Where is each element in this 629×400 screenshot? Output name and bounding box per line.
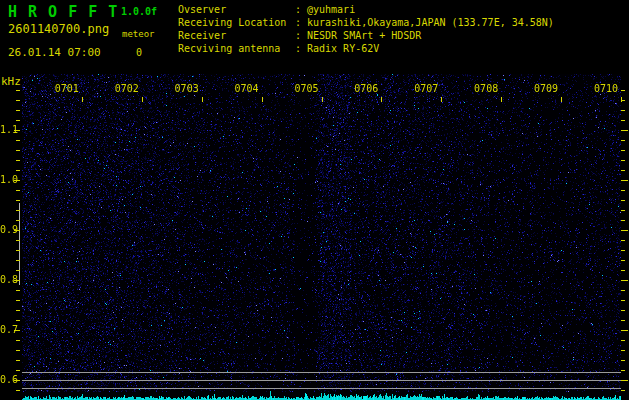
y-axis-minor-tick: [621, 140, 625, 141]
y-axis-minor-tick: [621, 90, 625, 91]
info-label: Recviving antenna: [178, 42, 295, 55]
x-axis-tick: [202, 97, 203, 102]
y-axis-minor-tick: [16, 170, 20, 171]
y-axis-minor-tick: [16, 290, 20, 291]
y-axis-minor-tick: [16, 390, 20, 391]
info-row: Receiving Location:kurashiki,Okayama,JAP…: [178, 16, 554, 29]
y-axis-minor-tick: [16, 250, 20, 251]
y-axis-minor-tick: [621, 360, 625, 361]
y-axis-tick-label: 0.6: [0, 374, 13, 386]
info-value: @yuhmari: [307, 3, 355, 16]
y-axis-minor-tick: [621, 270, 625, 271]
y-axis-minor-tick: [621, 350, 625, 351]
output-filename: 2601140700.png: [8, 22, 109, 36]
y-axis-minor-tick: [16, 120, 20, 121]
y-axis-tick: [621, 180, 628, 181]
x-axis-tick: [142, 97, 143, 102]
y-axis-minor-tick: [16, 220, 20, 221]
y-axis-minor-tick: [621, 250, 625, 251]
reference-line-upper: [22, 372, 621, 373]
y-axis-minor-tick: [621, 120, 625, 121]
y-axis-minor-tick: [16, 240, 20, 241]
y-axis-minor-tick: [621, 100, 625, 101]
y-axis-minor-tick: [621, 110, 625, 111]
y-axis-minor-tick: [621, 340, 625, 341]
x-axis-tick-label: 0702: [113, 83, 139, 94]
y-axis-minor-tick: [16, 320, 20, 321]
x-axis-tick: [441, 97, 442, 102]
app-version: 1.0.0f: [121, 6, 157, 17]
info-label: Ovserver: [178, 3, 295, 16]
info-value: kurashiki,Okayama,JAPAN (133.77E, 34.58N…: [307, 16, 554, 29]
x-axis-tick-label: 0706: [352, 83, 378, 94]
x-axis-tick-label: 0709: [532, 83, 558, 94]
x-axis-tick: [501, 97, 502, 102]
info-label: Receiving Location: [178, 16, 295, 29]
y-axis-minor-tick: [16, 200, 20, 201]
y-axis-tick: [621, 380, 628, 381]
y-axis-minor-tick: [16, 360, 20, 361]
y-axis-minor-tick: [621, 310, 625, 311]
y-axis-minor-tick: [621, 210, 625, 211]
y-axis-tick-label: 0.7: [0, 324, 13, 336]
y-axis-minor-tick: [16, 90, 20, 91]
info-separator: :: [295, 16, 307, 29]
frequency-unit-label: kHz: [1, 75, 21, 88]
info-row: Recviving antenna:Radix RY-62V: [178, 42, 554, 55]
x-axis-tick-label: 0704: [233, 83, 259, 94]
reference-line-lower: [22, 388, 621, 389]
y-axis-minor-tick: [621, 370, 625, 371]
y-axis-minor-tick: [16, 340, 20, 341]
x-axis-tick-label: 0703: [173, 83, 199, 94]
info-separator: :: [295, 29, 307, 42]
y-axis-tick-label: 1.0: [0, 174, 13, 186]
y-axis-minor-tick: [621, 320, 625, 321]
y-axis-tick: [621, 130, 628, 131]
hrofft-screen: H R O F F T 1.0.0f 2601140700.png meteor…: [0, 0, 629, 400]
y-axis-minor-tick: [16, 270, 20, 271]
x-axis-tick: [322, 97, 323, 102]
y-axis-minor-tick: [16, 140, 20, 141]
y-axis-minor-tick: [16, 160, 20, 161]
info-label: Receiver: [178, 29, 295, 42]
info-row: Ovserver:@yuhmari: [178, 3, 554, 16]
y-axis-tick: [621, 230, 628, 231]
info-row: Receiver:NESDR SMArt + HDSDR: [178, 29, 554, 42]
x-axis-tick-label: 0705: [293, 83, 319, 94]
y-axis-minor-tick: [16, 210, 20, 211]
x-axis-tick-label: 0710: [592, 83, 618, 94]
info-separator: :: [295, 3, 307, 16]
meteor-count-value: 0: [136, 47, 142, 58]
y-axis-minor-tick: [621, 200, 625, 201]
y-axis-tick-label: 1.1: [0, 124, 13, 136]
y-axis-minor-tick: [621, 160, 625, 161]
y-axis-tick: [621, 330, 628, 331]
y-axis-minor-tick: [621, 300, 625, 301]
y-axis-minor-tick: [621, 260, 625, 261]
x-axis-tick-label: 0701: [53, 83, 79, 94]
info-value: Radix RY-62V: [307, 42, 379, 55]
y-axis-minor-tick: [16, 190, 20, 191]
y-axis-minor-tick: [621, 240, 625, 241]
y-axis-minor-tick: [16, 150, 20, 151]
x-axis-tick-label: 0708: [472, 83, 498, 94]
y-axis-tick: [621, 280, 628, 281]
y-axis-minor-tick: [621, 390, 625, 391]
y-axis-minor-tick: [16, 370, 20, 371]
y-axis-minor-tick: [16, 350, 20, 351]
y-axis-tick-label: 0.9: [0, 224, 13, 236]
y-axis-tick-label: 0.8: [0, 274, 13, 286]
y-axis-minor-tick: [16, 260, 20, 261]
y-axis-minor-tick: [16, 310, 20, 311]
x-axis-tick: [82, 97, 83, 102]
meteor-count-label: meteor: [122, 29, 155, 39]
observation-datetime: 26.01.14 07:00: [8, 46, 101, 59]
y-axis-minor-tick: [16, 300, 20, 301]
app-title: H R O F F T: [8, 3, 118, 21]
y-axis-minor-tick: [621, 290, 625, 291]
y-axis-minor-tick: [16, 110, 20, 111]
x-axis-tick-label: 0707: [412, 83, 438, 94]
info-separator: :: [295, 42, 307, 55]
station-info: Ovserver:@yuhmariReceiving Location:kura…: [178, 3, 554, 55]
x-axis-tick: [561, 97, 562, 102]
